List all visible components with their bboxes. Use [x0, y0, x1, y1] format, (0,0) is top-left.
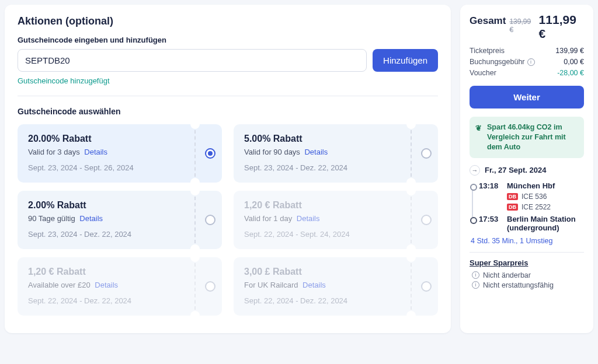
direction-icon: →	[470, 165, 480, 176]
db-badge-icon: DB	[507, 193, 518, 200]
voucher-title: 2.00% Rabatt	[28, 200, 194, 211]
departure-time: 13:18	[479, 181, 501, 190]
divider	[18, 96, 438, 96]
info-icon: i	[472, 281, 479, 289]
actions-panel: Aktionen (optional) Gutscheincode eingeb…	[5, 5, 451, 333]
voucher-dates: Sept. 23, 2024 - Sept. 26, 2024	[28, 163, 194, 172]
db-badge-icon: DB	[507, 204, 518, 211]
voucher-subtitle: 90 Tage gültig Details	[28, 214, 194, 223]
actions-heading: Aktionen (optional)	[18, 15, 438, 27]
voucher-input-label: Gutscheincode eingeben und hinzufügen	[18, 36, 438, 44]
voucher-title: 20.00% Rabatt	[28, 134, 194, 144]
voucher-radio[interactable]	[421, 215, 432, 225]
add-voucher-button[interactable]: Hinzufügen	[373, 49, 438, 72]
voucher-card[interactable]: 1,20 € RabattAvailable over £20 DetailsS…	[18, 257, 222, 316]
fare-rule-2: Nicht erstattungsfähig	[483, 281, 554, 289]
voucher-details-link[interactable]: Details	[303, 281, 326, 289]
info-icon: i	[472, 271, 479, 279]
voucher-details-link[interactable]: Details	[297, 214, 320, 223]
divider	[470, 252, 584, 253]
voucher-radio[interactable]	[421, 148, 432, 159]
total-label: Gesamt	[470, 15, 506, 27]
fare-rule-1: Nicht änderbar	[483, 271, 531, 279]
voucher-added-message: Gutscheincode hinzugefügt	[18, 76, 438, 85]
voucher-radio[interactable]	[205, 281, 215, 292]
ticket-price-value: 139,99 €	[555, 47, 584, 55]
booking-fee-value: 0,00 €	[564, 58, 584, 66]
booking-fee-label: Buchungsgebühri	[470, 58, 535, 66]
voucher-card[interactable]: 5.00% RabattValid for 90 days DetailsSep…	[234, 124, 438, 183]
train-2: ICE 2522	[521, 203, 551, 211]
voucher-dates: Sept. 23, 2024 - Dez. 22, 2024	[28, 230, 194, 239]
trip-timeline: 13:18 München Hbf DBICE 536 DBICE 2522 1…	[470, 181, 584, 232]
voucher-dates: Sept. 22, 2024 - Dez. 22, 2024	[244, 296, 410, 305]
voucher-details-link[interactable]: Details	[79, 214, 103, 223]
voucher-code-input[interactable]	[18, 49, 367, 72]
select-voucher-heading: Gutscheincode auswählen	[18, 107, 438, 116]
summary-panel: Gesamt 139,99 € 111,99 € Ticketpreis 139…	[460, 5, 593, 333]
voucher-subtitle: Valid for 90 days Details	[244, 148, 410, 156]
info-icon[interactable]: i	[527, 58, 535, 66]
voucher-title: 1,20 € Rabatt	[244, 200, 410, 211]
voucher-subtitle: Valid for 3 days Details	[28, 148, 194, 156]
arrival-station: Berlin Main Station (underground)	[507, 215, 584, 232]
voucher-card[interactable]: 3,00 £ RabattFor UK Railcard DetailsSept…	[234, 257, 438, 316]
fare-name[interactable]: Super Sparpreis	[470, 258, 584, 267]
voucher-card[interactable]: 2.00% Rabatt90 Tage gültig DetailsSept. …	[18, 191, 222, 249]
voucher-details-link[interactable]: Details	[304, 148, 328, 156]
voucher-title: 3,00 £ Rabatt	[244, 267, 410, 277]
voucher-discount-label: Voucher	[470, 69, 496, 77]
eco-savings-box: ❦ Spart 46.04kg CO2 im Vergleich zur Fah…	[470, 117, 584, 158]
trip-duration-link[interactable]: 4 Std. 35 Min., 1 Umstieg	[471, 237, 584, 245]
voucher-radio[interactable]	[205, 148, 215, 159]
voucher-discount-value: -28,00 €	[557, 69, 584, 77]
arrival-time: 17:53	[479, 215, 501, 232]
ticket-price-label: Ticketpreis	[470, 47, 505, 55]
voucher-dates: Sept. 22, 2024 - Sept. 24, 2024	[244, 230, 410, 239]
voucher-subtitle: For UK Railcard Details	[244, 281, 410, 289]
voucher-card[interactable]: 1,20 € RabattValid for 1 day DetailsSept…	[234, 191, 438, 249]
total-old-price: 139,99 €	[509, 18, 535, 34]
voucher-radio[interactable]	[421, 281, 432, 292]
voucher-title: 5.00% Rabatt	[244, 134, 410, 144]
voucher-details-link[interactable]: Details	[95, 281, 118, 289]
voucher-card[interactable]: 20.00% RabattValid for 3 days DetailsSep…	[18, 124, 222, 183]
voucher-dates: Sept. 22, 2024 - Dez. 22, 2024	[28, 296, 194, 305]
voucher-subtitle: Valid for 1 day Details	[244, 214, 410, 223]
trip-date: Fr., 27 Sept. 2024	[485, 166, 547, 174]
voucher-dates: Sept. 23, 2024 - Dez. 22, 2024	[244, 163, 410, 172]
continue-button[interactable]: Weiter	[470, 86, 584, 108]
train-1: ICE 536	[521, 192, 547, 201]
voucher-details-link[interactable]: Details	[84, 148, 107, 156]
departure-station: München Hbf	[507, 181, 555, 190]
voucher-subtitle: Available over £20 Details	[28, 281, 194, 289]
voucher-radio[interactable]	[205, 215, 215, 225]
voucher-title: 1,20 € Rabatt	[28, 267, 194, 277]
total-new-price: 111,99 €	[539, 13, 584, 41]
leaf-icon: ❦	[475, 123, 482, 134]
